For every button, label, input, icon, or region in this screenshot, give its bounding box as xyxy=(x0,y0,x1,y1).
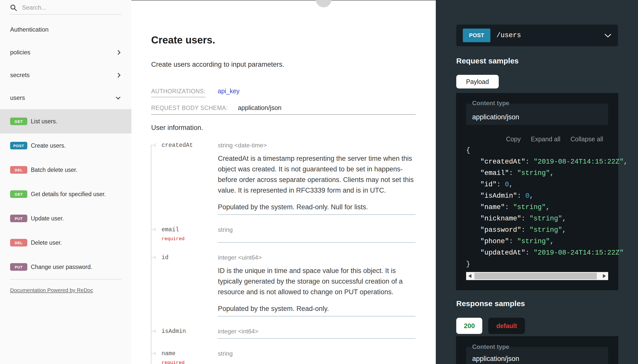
code-actions: CopyExpand allCollapse all xyxy=(506,135,603,143)
tab-payload[interactable]: Payload xyxy=(456,75,499,88)
chevron-icon xyxy=(116,73,120,77)
sidebar-operation[interactable]: GET List users. xyxy=(0,109,131,133)
search-icon xyxy=(10,4,17,11)
page-title: Create users. xyxy=(151,0,416,46)
response-sample-panel: Content type application/json xyxy=(456,336,618,364)
method-badge: DEL xyxy=(10,166,27,174)
authorizations-row: AUTHORIZATIONS: api_key xyxy=(151,87,416,97)
code-line: } xyxy=(466,259,628,270)
sidebar-operation-label: Create users. xyxy=(31,142,66,150)
schema-field-row: name required string xyxy=(151,350,416,364)
scrollbar-thumb[interactable] xyxy=(474,273,597,279)
field-details: string xyxy=(218,226,416,243)
samples-panel: POST /users Request samples Payload Cont… xyxy=(436,0,638,364)
authorizations-label: AUTHORIZATIONS: xyxy=(151,88,206,97)
schema-field-row: id integer <uint64> ID is the unique in … xyxy=(151,254,416,316)
sidebar-operation[interactable]: GET Get details for specified user. xyxy=(0,182,131,206)
field-note: Populated by the system. Read-only. Null… xyxy=(218,203,416,211)
sidebar-group-label: Authentication xyxy=(10,26,49,33)
sidebar-operation-label: Change user password. xyxy=(31,263,92,271)
field-description: CreatedAt is a timestamp representing th… xyxy=(218,153,416,196)
response-tab-200[interactable]: 200 xyxy=(456,318,482,334)
sidebar-group-policies[interactable]: policies xyxy=(0,41,131,64)
post-method-badge: POST xyxy=(463,29,490,42)
code-line: "email": "string", xyxy=(466,168,628,179)
field-name: isAdmin xyxy=(162,328,218,339)
sidebar-operation[interactable]: PUT Change user password. xyxy=(0,255,131,279)
field-details: string <date-time> CreatedAt is a timest… xyxy=(218,142,416,215)
code-line: "isAdmin": 0, xyxy=(466,190,628,202)
sidebar-group-authentication[interactable]: Authentication xyxy=(0,18,131,41)
field-type: string xyxy=(218,226,416,234)
request-body-schema-value: application/json xyxy=(238,104,281,111)
content-type-value: application/json xyxy=(472,113,519,121)
code-line: "phone": "string", xyxy=(466,236,628,247)
schema-field-row: email required string xyxy=(151,226,416,243)
sidebar-group-label: users xyxy=(10,94,25,101)
sidebar-operation[interactable]: PUT Update user. xyxy=(0,206,131,231)
sidebar-footer: Documentation Powered by ReDoc xyxy=(10,279,121,293)
field-description: ID is the unique in time and space value… xyxy=(218,265,416,297)
schema-intro: User information. xyxy=(151,123,416,132)
sidebar-operation[interactable]: POST Create users. xyxy=(0,133,131,158)
api-key-link[interactable]: api_key xyxy=(218,87,239,95)
scroll-right-arrow-icon[interactable] xyxy=(603,274,606,278)
content-type-label: Content type xyxy=(472,343,509,350)
field-note: Populated by the system. Read-only. xyxy=(218,304,416,313)
request-sample-panel: Content type application/json CopyExpand… xyxy=(456,93,618,290)
schema-table: createdAt string <date-time> CreatedAt i… xyxy=(151,142,416,364)
method-badge: POST xyxy=(10,142,27,149)
section-divider-line xyxy=(131,0,436,1)
sidebar-operation-label: Delete user. xyxy=(31,239,62,247)
search-input[interactable] xyxy=(22,4,121,11)
request-samples-title: Request samples xyxy=(456,57,519,65)
sidebar-operation[interactable]: DEL Delete user. xyxy=(0,231,131,255)
code-line: "password": "string", xyxy=(466,224,628,236)
request-sample-code: {"createdAt": "2019-08-24T14:15:22Z","em… xyxy=(466,145,628,270)
sidebar-group-users[interactable]: users xyxy=(0,86,131,109)
code-line: { xyxy=(466,145,628,156)
redoc-footer-link[interactable]: Documentation Powered by ReDoc xyxy=(10,287,93,293)
schema-field-row: isAdmin integer <int64> xyxy=(151,328,416,339)
collapse-all-action[interactable]: Collapse all xyxy=(571,135,603,143)
code-line: "id": 0, xyxy=(466,179,628,190)
horizontal-scrollbar[interactable] xyxy=(466,272,608,280)
field-name: id xyxy=(162,254,218,316)
copy-action[interactable]: Copy xyxy=(506,135,521,143)
response-tab-default[interactable]: default xyxy=(488,318,525,334)
content-type-select[interactable]: application/json xyxy=(466,104,608,125)
field-required-flag: required xyxy=(162,359,218,364)
endpoint-dropdown[interactable]: POST /users xyxy=(456,25,618,46)
search-box[interactable] xyxy=(10,0,121,15)
content-type-value: application/json xyxy=(472,355,519,363)
method-badge: DEL xyxy=(10,239,27,246)
sidebar-group-label: secrets xyxy=(10,72,30,79)
field-type: integer <uint64> xyxy=(218,254,416,261)
sidebar-group-list: Authentication policies secrets users xyxy=(0,18,131,109)
sidebar-operation-label: Get details for specified user. xyxy=(31,190,106,198)
sidebar-operation-label: Batch delete user. xyxy=(31,166,77,174)
field-name: name required xyxy=(162,350,218,364)
code-line: "nickname": "string", xyxy=(466,213,628,224)
response-tabs: 200default xyxy=(456,318,525,334)
schema-field-row: createdAt string <date-time> CreatedAt i… xyxy=(151,142,416,215)
code-line: "updatedAt": "2019-08-24T14:15:22Z" xyxy=(466,247,628,259)
field-name: createdAt xyxy=(162,142,218,215)
method-badge: GET xyxy=(10,118,27,125)
main-content: Create users. Create users according to … xyxy=(131,0,436,364)
operation-description: Create users according to input paramete… xyxy=(151,60,416,69)
chevron-down-icon xyxy=(604,34,611,38)
response-samples-title: Response samples xyxy=(456,299,525,308)
method-badge: GET xyxy=(10,190,27,198)
scroll-left-arrow-icon[interactable] xyxy=(468,274,471,278)
chevron-icon xyxy=(116,95,120,99)
content-type-label: Content type xyxy=(472,100,509,107)
code-line: "createdAt": "2019-08-24T14:15:22Z", xyxy=(466,156,628,168)
chevron-icon xyxy=(116,50,120,55)
sidebar-group-secrets[interactable]: secrets xyxy=(0,64,131,86)
field-type: string <date-time> xyxy=(218,142,416,149)
sidebar-operation[interactable]: DEL Batch delete user. xyxy=(0,158,131,182)
expand-all-action[interactable]: Expand all xyxy=(531,135,560,143)
method-badge: PUT xyxy=(10,215,27,222)
field-required-flag: required xyxy=(162,235,218,243)
